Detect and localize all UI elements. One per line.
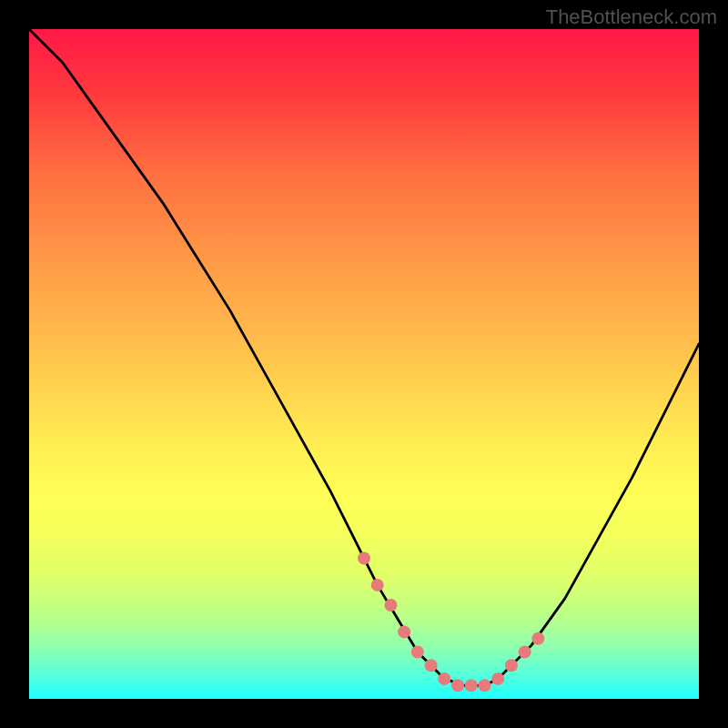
marker-point xyxy=(425,659,438,672)
marker-point xyxy=(505,659,518,672)
marker-point xyxy=(465,679,478,692)
watermark-text: TheBottleneck.com xyxy=(546,5,717,29)
marker-point xyxy=(438,672,450,685)
bottleneck-curve xyxy=(29,29,699,685)
chart-container: TheBottleneck.com xyxy=(0,0,728,728)
marker-point xyxy=(358,551,370,564)
marker-point xyxy=(519,645,531,658)
marker-point xyxy=(411,645,424,658)
marker-point xyxy=(478,679,490,692)
marker-point xyxy=(384,599,397,612)
marker-point xyxy=(398,625,410,638)
marker-point xyxy=(531,632,544,645)
marker-point xyxy=(491,672,504,685)
highlight-points xyxy=(358,551,544,692)
chart-svg xyxy=(29,29,699,699)
marker-point xyxy=(371,579,384,592)
marker-point xyxy=(451,679,464,692)
plot-area xyxy=(29,29,699,699)
